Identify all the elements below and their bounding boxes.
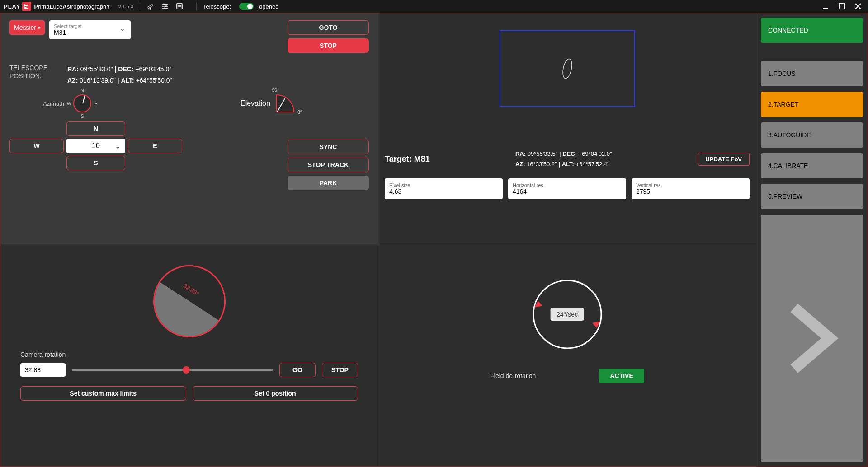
rotation-label: Camera rotation: [20, 351, 358, 358]
maximize-button[interactable]: [835, 0, 848, 13]
goto-button[interactable]: GOTO: [288, 20, 369, 35]
main-area: Messier Select target M81 GOTO STOP TELE…: [0, 13, 868, 467]
target-select[interactable]: Select target M81: [49, 20, 131, 39]
play-label: PLAY: [4, 3, 20, 10]
west-button[interactable]: W: [9, 139, 64, 153]
position-label: TELESCOPEPOSITION:: [9, 64, 55, 86]
telescope-status: opened: [259, 3, 278, 10]
svg-rect-4: [178, 4, 181, 6]
close-button[interactable]: [852, 0, 864, 13]
rotation-stop-button[interactable]: STOP: [322, 363, 358, 377]
speed-select[interactable]: 10: [66, 139, 125, 153]
vertical-res-field[interactable]: Vertical res. 2795: [632, 178, 750, 199]
elevation-gauge: 90°0°: [275, 92, 297, 115]
target-coords: RA: 09°55'33.5'' | DEC: +69°04'02.0'' AZ…: [515, 149, 612, 170]
derotation-speed: 24°/sec: [550, 308, 584, 321]
svg-point-7: [561, 58, 573, 79]
titlebar: PLAY PrimaLuceAstrophotographY v 1.6.0 T…: [0, 0, 868, 13]
target-value: M81: [54, 29, 126, 36]
sidebar-item-focus[interactable]: 1.FOCUS: [761, 61, 863, 86]
save-icon[interactable]: [175, 2, 184, 10]
horizontal-res-field[interactable]: Horizontal res. 4164: [508, 178, 626, 199]
telescope-toggle[interactable]: [239, 3, 254, 10]
pixel-size-field[interactable]: Pixel size 4.63: [385, 178, 503, 199]
sidebar-item-target[interactable]: 2.TARGET: [761, 92, 863, 117]
content-grid: Messier Select target M81 GOTO STOP TELE…: [0, 13, 756, 467]
azimuth-compass: NSEW: [69, 90, 96, 117]
target-name: Target: M81: [385, 154, 430, 164]
svg-rect-6: [839, 4, 844, 9]
connected-button[interactable]: CONNECTED: [761, 18, 863, 43]
derotation-panel: 24°/sec Field de-rotation ACTIVE: [378, 244, 756, 467]
svg-point-1: [165, 6, 167, 7]
rotation-dial: 32.83°: [153, 265, 226, 337]
direction-pad: N W 10 E S: [9, 121, 181, 170]
sync-button[interactable]: SYNC: [288, 140, 369, 154]
north-button[interactable]: N: [66, 121, 125, 136]
minimize-button[interactable]: [819, 0, 832, 13]
park-button[interactable]: PARK: [288, 176, 369, 190]
south-button[interactable]: S: [66, 156, 125, 170]
telescope-control-panel: Messier Select target M81 GOTO STOP TELE…: [0, 13, 378, 244]
derotation-dial: 24°/sec: [529, 276, 606, 353]
right-sidebar: CONNECTED 1.FOCUS 2.TARGET 3.AUTOGUIDE 4…: [756, 13, 868, 467]
rotation-input[interactable]: [20, 363, 66, 377]
rotation-go-button[interactable]: GO: [279, 363, 316, 377]
app-logo-icon: [22, 2, 31, 11]
app-brand-name: PrimaLuceAstrophotographY: [34, 3, 110, 10]
separator: [140, 2, 140, 10]
east-button[interactable]: E: [128, 139, 182, 153]
target-placeholder: Select target: [54, 23, 126, 29]
svg-point-0: [163, 4, 165, 5]
elevation-label: Elevation: [241, 99, 270, 107]
set-limits-button[interactable]: Set custom max limits: [20, 386, 186, 401]
svg-point-2: [164, 8, 165, 9]
derotation-label: Field de-rotation: [490, 372, 536, 379]
separator: [196, 2, 197, 10]
stop-button[interactable]: STOP: [288, 38, 369, 53]
fov-preview: [500, 30, 635, 107]
rotation-slider[interactable]: [72, 363, 273, 377]
big-play-button[interactable]: [761, 215, 863, 462]
sidebar-item-preview[interactable]: 5.PREVIEW: [761, 184, 863, 209]
sliders-icon[interactable]: [161, 2, 169, 10]
telescope-label: Telescope:: [203, 3, 231, 10]
app-version: v 1.6.0: [118, 4, 133, 9]
stop-track-button[interactable]: STOP TRACK: [288, 158, 369, 172]
update-fov-button[interactable]: UPDATE FoV: [698, 153, 750, 166]
svg-rect-5: [178, 7, 181, 9]
svg-rect-3: [177, 4, 183, 9]
derotation-active-button[interactable]: ACTIVE: [599, 369, 644, 383]
sidebar-item-calibrate[interactable]: 4.CALIBRATE: [761, 153, 863, 178]
sidebar-item-autoguide[interactable]: 3.AUTOGUIDE: [761, 122, 863, 148]
rotation-panel: 32.83° Camera rotation GO STOP Set custo…: [0, 244, 378, 467]
catalog-dropdown[interactable]: Messier: [9, 20, 45, 35]
target-panel: Target: M81 RA: 09°55'33.5'' | DEC: +69°…: [378, 13, 756, 244]
azimuth-label: Azimuth: [43, 100, 64, 107]
set-zero-button[interactable]: Set 0 position: [193, 386, 359, 401]
position-values: RA: 09°55'33.0'' | DEC: +69°03'45.0'' AZ…: [67, 64, 172, 86]
telescope-icon[interactable]: [146, 2, 155, 10]
